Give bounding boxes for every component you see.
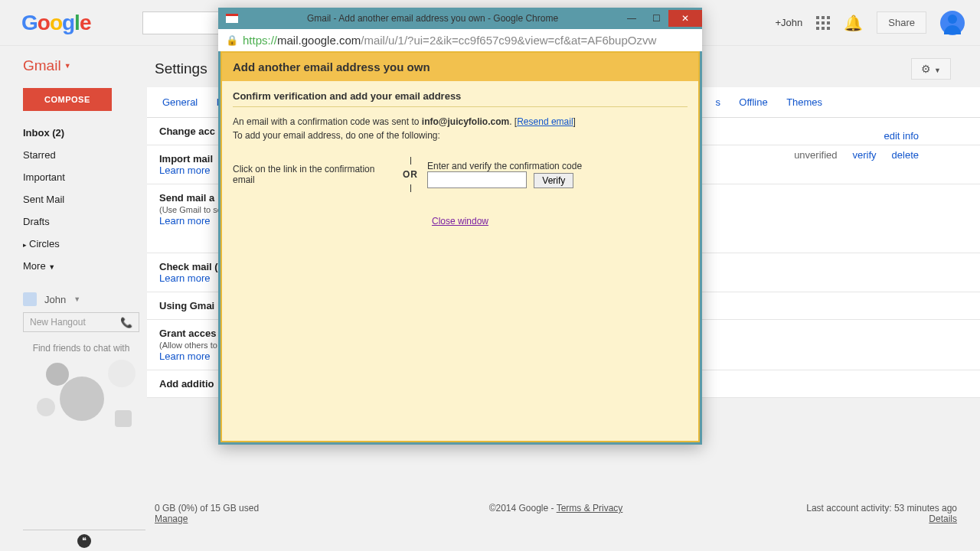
svg-rect-6 <box>816 27 819 30</box>
row-label: Send mail a <box>159 192 214 204</box>
smile-bubble-icon <box>37 398 55 416</box>
avatar[interactable] <box>940 11 965 35</box>
target-email: info@juicyfolio.com <box>422 116 509 127</box>
unverified-label: unverified <box>794 149 837 161</box>
url-domain: mail.google.com <box>277 34 361 47</box>
share-button[interactable]: Share <box>877 11 926 34</box>
gmail-dropdown[interactable]: Gmail ▼ <box>23 57 147 74</box>
footer-mid: ©2014 Google - Terms & Privacy <box>489 503 623 514</box>
footer-left: 0 GB (0%) of 15 GB used Manage <box>155 503 259 524</box>
svg-rect-5 <box>827 21 830 24</box>
confirmation-code-input[interactable] <box>427 171 527 188</box>
svg-rect-0 <box>816 16 819 19</box>
learn-more-link[interactable]: Learn more <box>159 165 210 176</box>
sidebar-more[interactable]: More ▼ <box>23 255 147 277</box>
verify-button[interactable]: Verify <box>534 173 573 188</box>
sidebar-item-inbox[interactable]: Inbox (2) <box>23 122 147 144</box>
popup-window: Gmail - Add another email address you ow… <box>218 8 702 445</box>
dropdown-arrow-icon: ▼ <box>64 62 71 70</box>
hangouts-username: John <box>44 294 66 305</box>
details-link[interactable]: Details <box>929 514 957 524</box>
url-path: /mail/u/1/?ui=2&ik=cc9f657c99&view=cf&at… <box>361 34 656 47</box>
option-click-link: Click on the link in the confirmation em… <box>233 164 394 185</box>
tab-labs[interactable]: s <box>707 87 728 117</box>
popup-title-text: Gmail - Add another email address you ow… <box>246 13 619 24</box>
learn-more-link[interactable]: Learn more <box>159 215 210 227</box>
popup-confirm-heading: Confirm verification and add your email … <box>233 90 688 107</box>
resend-email-link[interactable]: Resend email <box>517 116 573 127</box>
learn-more-link[interactable]: Learn more <box>159 350 210 362</box>
sidebar-item-starred[interactable]: Starred <box>23 144 147 166</box>
svg-rect-2 <box>827 16 830 19</box>
hangouts-icon: ❝ <box>77 534 91 548</box>
minimize-button[interactable]: — <box>619 10 644 27</box>
hangouts-user[interactable]: John ▼ <box>23 292 147 306</box>
page-title: Settings <box>155 60 207 77</box>
learn-more-link[interactable]: Learn more <box>159 272 210 284</box>
sidebar-item-circles[interactable]: ▸Circles <box>23 233 147 255</box>
gmail-icon <box>226 14 238 23</box>
tab-themes[interactable]: Themes <box>779 87 830 117</box>
storage-usage: 0 GB (0%) of 15 GB used <box>155 503 259 514</box>
msg-part2: To add your email address, do one of the… <box>233 130 440 141</box>
popup-body: Confirm verification and add your email … <box>220 81 700 442</box>
sidebar-item-sent[interactable]: Sent Mail <box>23 188 147 210</box>
row-label: Import mail <box>159 153 213 165</box>
terms-link[interactable]: Terms & Privacy <box>557 503 623 514</box>
option-enter-code: Enter and verify the confirmation code <box>427 161 688 171</box>
url-protocol: https:// <box>243 34 277 47</box>
gmail-label-text: Gmail <box>23 57 61 74</box>
popup-address-bar[interactable]: 🔒 https://mail.google.com/mail/u/1/?ui=2… <box>218 29 702 51</box>
mail-actions: edit info unverified verify delete <box>794 126 919 165</box>
gear-button[interactable]: ⚙ ▼ <box>911 58 951 80</box>
close-window-link[interactable]: Close window <box>432 216 488 227</box>
circles-text: Circles <box>29 238 60 249</box>
user-avatar-small <box>23 292 37 306</box>
google-logo[interactable]: Google <box>21 11 90 35</box>
close-button[interactable]: ✕ <box>668 10 702 27</box>
manage-link[interactable]: Manage <box>155 514 188 524</box>
phone-icon[interactable]: 📞 <box>120 317 132 328</box>
svg-rect-1 <box>822 16 825 19</box>
sidebar-item-important[interactable]: Important <box>23 166 147 188</box>
more-text: More <box>23 260 46 272</box>
popup-header: Add another email address you own <box>220 51 700 81</box>
new-hangout-input[interactable]: New Hangout 📞 <box>23 312 139 332</box>
footer-right: Last account activity: 53 minutes ago De… <box>806 503 957 524</box>
svg-rect-3 <box>816 21 819 24</box>
copyright-text: ©2014 Google - <box>489 503 554 514</box>
bell-icon[interactable]: 🔔 <box>844 14 863 32</box>
sidebar: Gmail ▼ COMPOSE Inbox (2) Starred Import… <box>0 46 147 429</box>
tab-offline[interactable]: Offline <box>731 87 775 117</box>
svg-rect-4 <box>822 21 825 24</box>
tab-general[interactable]: General <box>155 87 205 117</box>
apps-icon[interactable] <box>816 16 830 30</box>
verify-options: Click on the link in the confirmation em… <box>233 161 688 188</box>
hi-bubble-icon <box>108 360 136 387</box>
sidebar-item-drafts[interactable]: Drafts <box>23 210 147 233</box>
maximize-button[interactable]: ☐ <box>644 10 668 27</box>
camera-icon <box>115 410 132 427</box>
msg-part1: An email with a confirmation code was se… <box>233 116 419 127</box>
quote-bubble-icon <box>60 377 104 421</box>
user-link[interactable]: +John <box>776 17 803 28</box>
hangout-placeholder: New Hangout <box>30 317 86 328</box>
row-label: Grant acces <box>159 328 216 339</box>
dropdown-arrow-icon: ▼ <box>48 263 55 271</box>
dropdown-arrow-icon: ▼ <box>74 295 80 303</box>
hangouts-graphic <box>23 360 139 429</box>
verify-link[interactable]: verify <box>853 149 877 161</box>
svg-rect-8 <box>827 27 830 30</box>
popup-titlebar[interactable]: Gmail - Add another email address you ow… <box>218 8 702 29</box>
delete-link[interactable]: delete <box>892 149 919 161</box>
find-friends-text: Find friends to chat with <box>23 343 139 354</box>
hangouts-bottom-bar[interactable]: ❝ <box>23 530 145 551</box>
edit-info-link[interactable]: edit info <box>884 130 919 142</box>
dropdown-arrow-icon: ▼ <box>934 67 941 74</box>
row-sublabel: (Allow others to r <box>159 341 223 350</box>
footer: 0 GB (0%) of 15 GB used Manage ©2014 Goo… <box>155 503 957 524</box>
svg-rect-7 <box>822 27 825 30</box>
activity-text: Last account activity: 53 minutes ago <box>806 503 957 514</box>
compose-button[interactable]: COMPOSE <box>23 88 112 111</box>
or-divider: OR <box>403 161 418 187</box>
